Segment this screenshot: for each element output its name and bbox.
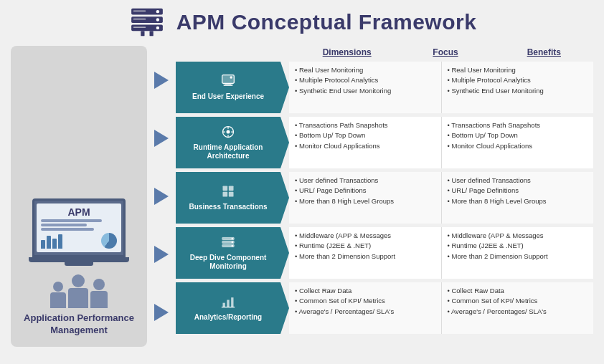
dimension-cell-runtime: Runtime Application Architecture <box>176 117 289 168</box>
column-headers: Dimensions Focus Benefits <box>176 46 593 59</box>
svg-point-4 <box>156 18 159 21</box>
arrow-4 <box>154 246 169 263</box>
focus-header: Focus <box>396 46 494 59</box>
focus-list-analytics: Collect Raw DataCommon Set of KPI/ Metri… <box>295 286 435 317</box>
svg-point-7 <box>156 27 159 29</box>
focus-cell-business: User defined TransactionsURL/ Page Defin… <box>289 172 442 224</box>
benefits-list-business: User defined TransactionsURL/ Page Defin… <box>448 176 588 206</box>
dimension-label-deep-dive: Deep Dive Component Monitoring <box>181 254 275 271</box>
benefits-cell-business: User defined TransactionsURL/ Page Defin… <box>442 172 594 224</box>
svg-rect-33 <box>231 297 233 307</box>
svg-rect-21 <box>223 186 228 191</box>
focus-cell-analytics: Collect Raw DataCommon Set of KPI/ Metri… <box>289 282 442 334</box>
server-icon <box>128 7 166 37</box>
svg-point-28 <box>232 238 234 240</box>
row-runtime: Runtime Application Architecture Transac… <box>176 117 593 168</box>
dimension-icon-analytics <box>221 294 235 312</box>
people-graphic <box>18 274 140 308</box>
dimension-cell-end-user: End User Experience <box>176 62 289 113</box>
dimension-icon-runtime <box>221 125 235 142</box>
person-right <box>90 279 108 308</box>
row-end-user: End User Experience Real User Monitoring… <box>176 62 593 113</box>
dimension-label-runtime: Runtime Application Architecture <box>181 143 275 161</box>
arrow-1 <box>154 72 169 89</box>
svg-point-16 <box>227 130 230 134</box>
svg-point-1 <box>156 10 159 13</box>
focus-cell-runtime: Transactions Path SnapshotsBottom Up/ To… <box>289 117 442 168</box>
left-panel-title: Application Performance Management <box>24 312 134 337</box>
dimension-icon-deep-dive <box>221 235 235 252</box>
svg-rect-5 <box>133 19 146 20</box>
svg-rect-8 <box>133 27 146 28</box>
arrows-column <box>147 46 176 347</box>
svg-rect-10 <box>149 31 153 36</box>
svg-point-29 <box>232 241 234 244</box>
laptop-apm-label: APM <box>41 206 117 218</box>
dimension-label-business: Business Transactions <box>189 203 268 211</box>
right-section: Dimensions Focus Benefits End User Exper… <box>176 46 593 347</box>
svg-rect-22 <box>229 186 234 191</box>
focus-cell-end-user: Real User MonitoringMultiple Protocol An… <box>289 62 442 113</box>
rows-container: End User Experience Real User Monitoring… <box>176 62 593 347</box>
benefits-list-end-user: Real User MonitoringMultiple Protocol An… <box>448 65 588 96</box>
dimension-cell-deep-dive: Deep Dive Component Monitoring <box>176 227 289 279</box>
benefits-cell-runtime: Transactions Path SnapshotsBottom Up/ To… <box>442 117 594 168</box>
svg-rect-13 <box>223 85 232 86</box>
focus-list-end-user: Real User MonitoringMultiple Protocol An… <box>295 65 435 96</box>
row-analytics: Analytics/Reporting Collect Raw DataComm… <box>176 282 593 334</box>
dimension-cell-analytics: Analytics/Reporting <box>176 282 289 334</box>
svg-rect-24 <box>229 192 234 197</box>
person-center <box>68 274 88 308</box>
dimension-cell-business: Business Transactions <box>176 172 289 224</box>
focus-list-business: User defined TransactionsURL/ Page Defin… <box>295 176 435 206</box>
person-left <box>50 282 66 308</box>
laptop-graphic: APM <box>29 198 129 270</box>
svg-rect-31 <box>223 303 225 307</box>
svg-rect-2 <box>133 10 146 11</box>
dimension-icon-end-user <box>221 74 235 91</box>
arrow-3 <box>154 188 169 205</box>
svg-rect-32 <box>227 300 229 307</box>
focus-cell-deep-dive: Middleware (APP & MessagesRuntime (J2EE … <box>289 227 442 279</box>
dimension-label-end-user: End User Experience <box>192 92 264 101</box>
page-title: APM Conceptual Framework <box>176 10 477 34</box>
svg-rect-11 <box>222 75 235 84</box>
benefits-cell-deep-dive: Middleware (APP & MessagesRuntime (J2EE … <box>442 227 594 279</box>
row-deep-dive: Deep Dive Component Monitoring Middlewar… <box>176 227 593 279</box>
benefits-cell-analytics: Collect Raw DataCommon Set of KPI/ Metri… <box>442 282 594 334</box>
benefits-list-analytics: Collect Raw DataCommon Set of KPI/ Metri… <box>448 286 588 317</box>
svg-rect-23 <box>223 192 228 197</box>
page-container: APM Conceptual Framework APM <box>0 0 604 364</box>
dimensions-header: Dimensions <box>298 46 396 59</box>
header: APM Conceptual Framework <box>11 7 593 37</box>
svg-point-14 <box>230 76 232 78</box>
benefits-header: Benefits <box>495 46 593 59</box>
svg-point-30 <box>232 245 234 247</box>
focus-list-runtime: Transactions Path SnapshotsBottom Up/ To… <box>295 120 435 151</box>
dimension-icon-business <box>221 184 235 201</box>
benefits-cell-end-user: Real User MonitoringMultiple Protocol An… <box>442 62 594 113</box>
row-business: Business Transactions User defined Trans… <box>176 172 593 224</box>
benefits-list-runtime: Transactions Path SnapshotsBottom Up/ To… <box>448 120 588 151</box>
arrow-2 <box>154 130 169 147</box>
arrow-5 <box>154 304 169 321</box>
focus-list-deep-dive: Middleware (APP & MessagesRuntime (J2EE … <box>295 231 435 262</box>
main-layout: APM <box>11 46 593 347</box>
benefits-list-deep-dive: Middleware (APP & MessagesRuntime (J2EE … <box>448 231 588 262</box>
svg-rect-9 <box>141 31 144 36</box>
dimension-label-analytics: Analytics/Reporting <box>194 313 262 322</box>
left-panel: APM <box>11 46 147 347</box>
